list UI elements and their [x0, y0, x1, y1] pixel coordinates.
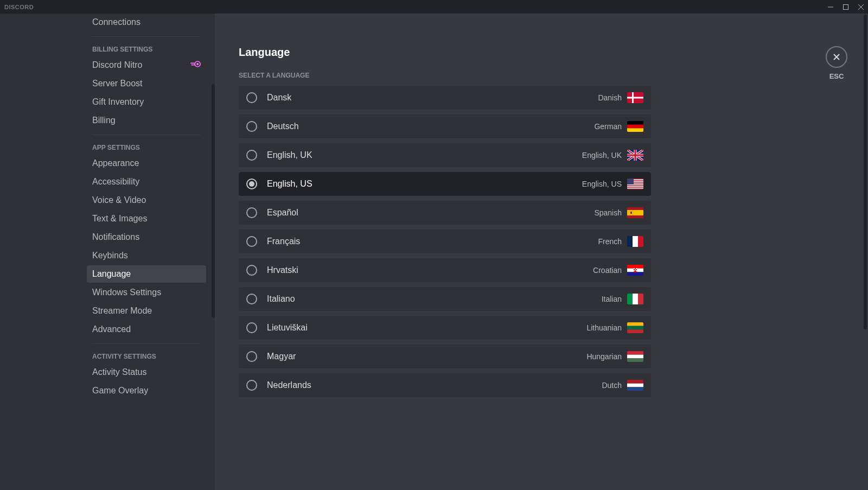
svg-rect-35 [634, 268, 635, 269]
svg-rect-50 [627, 384, 643, 387]
language-option-es[interactable]: EspañolSpanish [239, 201, 651, 225]
close-window-icon[interactable] [858, 2, 864, 12]
language-english-name: Hungarian [586, 352, 622, 361]
sidebar-item-streamer-mode[interactable]: Streamer Mode [87, 302, 206, 320]
app-logo: DISCORD [4, 4, 34, 10]
svg-rect-47 [627, 355, 643, 359]
language-native-name: Deutsch [267, 122, 299, 131]
svg-rect-11 [627, 128, 643, 132]
svg-rect-26 [627, 210, 643, 215]
sidebar-item-label: Game Overlay [92, 386, 148, 396]
language-option-us[interactable]: English, USEnglish, US [239, 172, 651, 196]
flag-icon [627, 236, 643, 247]
svg-rect-39 [636, 270, 637, 271]
sidebar-item-gift-inventory[interactable]: Gift Inventory [87, 93, 206, 111]
language-english-name: English, US [582, 180, 622, 188]
svg-rect-10 [627, 125, 643, 129]
language-english-name: English, UK [582, 151, 622, 160]
settings-sidebar: ConnectionsBilling SettingsDiscord Nitro… [0, 14, 215, 490]
radio-icon [246, 121, 257, 132]
language-english-name: German [594, 122, 622, 131]
sidebar-item-advanced[interactable]: Advanced [87, 321, 206, 338]
language-option-it[interactable]: ItalianoItalian [239, 287, 651, 311]
sidebar-item-windows-settings[interactable]: Windows Settings [87, 284, 206, 301]
sidebar-item-appearance[interactable]: Appearance [87, 155, 206, 172]
nav-separator [92, 36, 201, 37]
sidebar-item-activity-status[interactable]: Activity Status [87, 364, 206, 381]
language-native-name: Dansk [267, 93, 291, 103]
language-native-name: Magyar [267, 352, 296, 361]
sidebar-item-billing[interactable]: Billing [87, 112, 206, 129]
language-native-name: Nederlands [267, 380, 311, 390]
sidebar-item-discord-nitro[interactable]: Discord Nitro [87, 56, 206, 74]
close-settings-button[interactable] [826, 46, 847, 68]
sidebar-item-text-images[interactable]: Text & Images [87, 210, 206, 227]
radio-icon [246, 294, 257, 304]
sidebar-item-label: Text & Images [92, 214, 147, 224]
flag-icon [627, 322, 643, 333]
svg-rect-43 [627, 322, 643, 326]
radio-icon [246, 150, 257, 161]
sidebar-item-label: Connections [92, 17, 141, 27]
language-native-name: Lietuviškai [267, 323, 308, 333]
section-label: Select a Language [239, 72, 651, 79]
svg-rect-29 [633, 236, 638, 247]
language-option-fr[interactable]: FrançaisFrench [239, 230, 651, 253]
language-english-name: Italian [602, 295, 622, 303]
svg-rect-44 [627, 326, 643, 330]
sidebar-item-label: Advanced [92, 324, 131, 334]
svg-rect-36 [636, 268, 637, 269]
sidebar-item-label: Discord Nitro [92, 60, 142, 70]
radio-icon [246, 207, 257, 218]
sidebar-item-label: Keybinds [92, 251, 128, 260]
sidebar-item-language[interactable]: Language [87, 265, 206, 283]
radio-icon [246, 236, 257, 247]
sidebar-item-keybinds[interactable]: Keybinds [87, 247, 206, 264]
language-english-name: Lithuanian [586, 323, 622, 332]
language-native-name: Italiano [267, 294, 295, 304]
minimize-icon[interactable] [828, 2, 833, 12]
svg-point-5 [196, 63, 199, 65]
sidebar-item-game-overlay[interactable]: Game Overlay [87, 382, 206, 399]
sidebar-item-label: Voice & Video [92, 195, 146, 205]
sidebar-item-label: Language [92, 269, 131, 279]
sidebar-item-label: Billing [92, 116, 116, 125]
svg-rect-24 [627, 179, 634, 184]
language-option-nl[interactable]: NederlandsDutch [239, 373, 651, 397]
flag-icon [627, 121, 643, 132]
svg-rect-23 [627, 188, 643, 189]
content-scrollbar[interactable] [864, 14, 868, 490]
svg-rect-37 [635, 269, 636, 270]
sidebar-item-label: Streamer Mode [92, 306, 152, 316]
radio-icon [246, 179, 257, 189]
svg-rect-1 [844, 4, 848, 9]
language-native-name: Hrvatski [267, 265, 298, 275]
sidebar-item-accessibility[interactable]: Accessibility [87, 173, 206, 190]
svg-rect-46 [627, 351, 643, 355]
flag-icon [627, 207, 643, 218]
language-option-uk[interactable]: English, UKEnglish, UK [239, 143, 651, 167]
flag-icon [627, 179, 643, 189]
close-label: ESC [829, 72, 844, 80]
svg-rect-21 [627, 184, 643, 186]
flag-icon [627, 380, 643, 391]
language-option-hu[interactable]: MagyarHungarian [239, 345, 651, 368]
svg-rect-45 [627, 329, 643, 333]
language-option-dk[interactable]: DanskDanish [239, 86, 651, 110]
svg-rect-8 [627, 97, 643, 99]
sidebar-item-voice-video[interactable]: Voice & Video [87, 192, 206, 209]
language-native-name: English, UK [267, 150, 312, 160]
sidebar-item-server-boost[interactable]: Server Boost [87, 75, 206, 92]
language-native-name: Español [267, 208, 298, 218]
sidebar-item-connections[interactable]: Connections [87, 14, 206, 31]
language-option-hr[interactable]: HrvatskiCroatian [239, 258, 651, 282]
sidebar-item-label: Notifications [92, 232, 139, 242]
language-option-de[interactable]: DeutschGerman [239, 114, 651, 138]
maximize-icon[interactable] [843, 2, 848, 12]
radio-icon [246, 322, 257, 333]
sidebar-item-notifications[interactable]: Notifications [87, 228, 206, 246]
sidebar-item-label: Activity Status [92, 367, 146, 377]
language-option-lt[interactable]: LietuviškaiLithuanian [239, 316, 651, 340]
svg-rect-22 [627, 186, 643, 187]
sidebar-item-label: Gift Inventory [92, 97, 144, 107]
